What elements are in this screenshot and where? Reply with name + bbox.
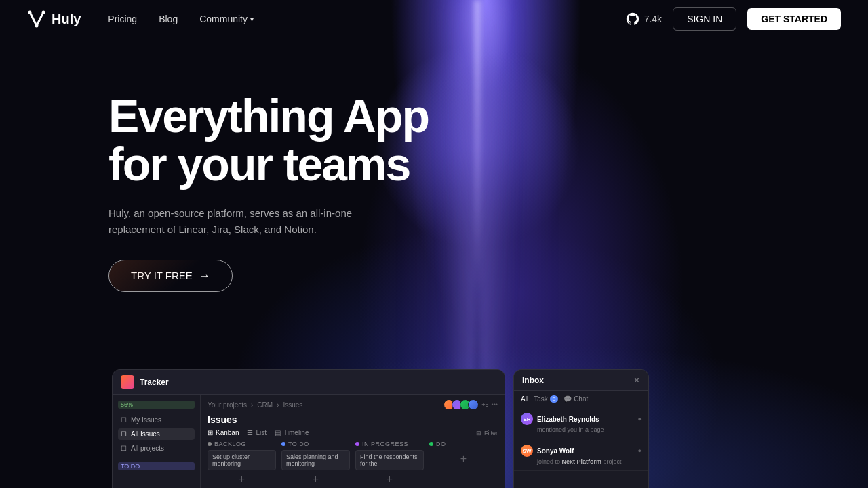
kanban-card-todo[interactable]: Sales planning and monitoring bbox=[281, 450, 350, 470]
breadcrumb: Your projects › CRM › Issues +5 ••• bbox=[208, 399, 498, 410]
kanban-col-done: DO + bbox=[429, 441, 498, 485]
add-inprogress-button[interactable]: + bbox=[355, 473, 424, 485]
inbox-item-1[interactable]: ER Elizabeth Reynolds ● mentioned you in… bbox=[514, 407, 648, 439]
tracker-window: Tracker 56% ☐ My Issues ☐ All Issues ☐ A… bbox=[112, 369, 505, 488]
issues-section-title: Issues bbox=[208, 414, 498, 425]
logo[interactable]: Huly bbox=[27, 9, 81, 28]
member-count: +5 bbox=[481, 401, 488, 408]
nav-link-pricing[interactable]: Pricing bbox=[108, 14, 137, 24]
col-header-done: DO bbox=[429, 441, 498, 447]
app-preview: Tracker 56% ☐ My Issues ☐ All Issues ☐ A… bbox=[112, 369, 868, 488]
kanban-col-inprogress: IN PROGRESS Find the respondents for the… bbox=[355, 441, 424, 485]
github-stars: 7.4k bbox=[644, 14, 662, 24]
todo-badge: TO DO bbox=[118, 462, 195, 470]
nav-left: Huly Pricing Blog Community ▾ bbox=[27, 9, 254, 28]
tab-timeline[interactable]: ▤ Timeline bbox=[275, 429, 309, 436]
task-badge: 8 bbox=[550, 395, 558, 403]
inbox-item-1-header: ER Elizabeth Reynolds ● bbox=[521, 413, 642, 425]
hero-subtitle: Huly, an open-source platform, serves as… bbox=[108, 205, 366, 238]
tracker-main: Your projects › CRM › Issues +5 ••• bbox=[201, 395, 505, 488]
inbox-item-2[interactable]: SW Sonya Wolf ● joined to Next Platform … bbox=[514, 439, 648, 471]
folder-icon-3: ☐ bbox=[121, 445, 127, 452]
col-header-backlog: BACKLOG bbox=[208, 441, 276, 447]
logo-text: Huly bbox=[52, 12, 81, 27]
avatar-elizabeth: ER bbox=[521, 413, 533, 425]
inbox-sender-2: Sonya Wolf bbox=[537, 447, 574, 455]
sidebar-item-all-projects[interactable]: ☐ All projects bbox=[118, 443, 195, 454]
hero-section: Everything App for your teams Huly, an o… bbox=[0, 38, 868, 292]
nav-link-community[interactable]: Community ▾ bbox=[199, 14, 254, 24]
tracker-sidebar: 56% ☐ My Issues ☐ All Issues ☐ All proje… bbox=[113, 395, 201, 488]
inbox-window: Inbox ✕ All Task 8 💬 Chat ER Elizabeth R… bbox=[513, 369, 649, 488]
svg-point-2 bbox=[35, 24, 39, 28]
inbox-action-2: joined to Next Platform project bbox=[521, 458, 642, 465]
inbox-title: Inbox bbox=[522, 375, 544, 385]
col-header-todo: TO DO bbox=[281, 441, 350, 447]
more-options-icon[interactable]: ••• bbox=[492, 401, 498, 408]
done-dot bbox=[429, 442, 433, 446]
inbox-action-1: mentioned you in a page bbox=[521, 426, 642, 433]
inbox-tab-all[interactable]: All bbox=[521, 395, 528, 403]
tracker-logo-icon bbox=[121, 375, 134, 389]
svg-point-1 bbox=[42, 11, 45, 14]
sidebar-item-all-issues[interactable]: ☐ All Issues bbox=[118, 428, 195, 440]
timeline-icon: ▤ bbox=[275, 429, 281, 436]
avatar-sonya: SW bbox=[521, 445, 533, 457]
github-badge[interactable]: 7.4k bbox=[625, 12, 662, 26]
inbox-time-1: ● bbox=[638, 415, 642, 422]
folder-icon: ☐ bbox=[121, 416, 127, 424]
arrow-icon: → bbox=[199, 270, 210, 282]
get-started-button[interactable]: GET STARTED bbox=[747, 8, 841, 30]
close-icon[interactable]: ✕ bbox=[633, 375, 640, 385]
view-tabs: ⊞ Kanban ☰ List ▤ Timeline ⊟ Filter bbox=[208, 429, 498, 436]
chevron-down-icon: ▾ bbox=[250, 16, 254, 23]
tab-kanban[interactable]: ⊞ Kanban bbox=[208, 429, 239, 436]
kanban-col-todo: TO DO Sales planning and monitoring + bbox=[281, 441, 350, 485]
try-free-label: TRY IT FREE bbox=[131, 270, 193, 281]
nav-right: 7.4k SIGN IN GET STARTED bbox=[625, 7, 841, 30]
kanban-col-backlog: BACKLOG Set up cluster monitoring + bbox=[208, 441, 276, 485]
tracker-title: Tracker bbox=[140, 378, 169, 387]
inbox-sender-1: Elizabeth Reynolds bbox=[537, 415, 599, 423]
add-todo-button[interactable]: + bbox=[281, 473, 350, 485]
filter-button[interactable]: ⊟ Filter bbox=[476, 430, 498, 436]
kanban-icon: ⊞ bbox=[208, 429, 213, 436]
nav-links: Pricing Blog Community ▾ bbox=[108, 14, 254, 24]
folder-icon-2: ☐ bbox=[121, 430, 127, 438]
inbox-header: Inbox ✕ bbox=[514, 370, 648, 391]
inbox-filter-tabs: All Task 8 💬 Chat bbox=[514, 391, 648, 407]
navbar: Huly Pricing Blog Community ▾ 7.4k SIGN … bbox=[0, 0, 868, 38]
add-backlog-button[interactable]: + bbox=[208, 473, 276, 485]
svg-point-0 bbox=[28, 11, 32, 14]
tracker-header: Tracker bbox=[113, 370, 505, 395]
github-icon bbox=[625, 12, 640, 26]
signin-button[interactable]: SIGN IN bbox=[673, 7, 736, 30]
todo-dot bbox=[281, 442, 285, 446]
logo-icon bbox=[27, 9, 46, 28]
inbox-time-2: ● bbox=[638, 447, 642, 454]
chat-icon: 💬 bbox=[564, 395, 572, 403]
progress-badge: 56% bbox=[118, 401, 195, 409]
filter-icon: ⊟ bbox=[476, 430, 481, 436]
sidebar-item-my-issues[interactable]: ☐ My Issues bbox=[118, 414, 195, 426]
col-header-inprogress: IN PROGRESS bbox=[355, 441, 424, 447]
try-free-button[interactable]: TRY IT FREE → bbox=[108, 260, 233, 292]
kanban-card[interactable]: Set up cluster monitoring bbox=[208, 450, 276, 470]
inbox-tab-task[interactable]: Task 8 bbox=[534, 395, 558, 403]
hero-title: Everything App for your teams bbox=[108, 92, 515, 189]
inbox-item-2-header: SW Sonya Wolf ● bbox=[521, 445, 642, 457]
inbox-tab-chat[interactable]: 💬 Chat bbox=[564, 395, 588, 403]
kanban-columns: BACKLOG Set up cluster monitoring + TO D… bbox=[208, 441, 498, 485]
backlog-dot bbox=[208, 442, 212, 446]
hero-title-line1: Everything App bbox=[108, 90, 429, 142]
tracker-body: 56% ☐ My Issues ☐ All Issues ☐ All proje… bbox=[113, 395, 505, 488]
inprogress-dot bbox=[355, 442, 359, 446]
nav-link-blog[interactable]: Blog bbox=[159, 14, 178, 24]
add-done-button[interactable]: + bbox=[429, 453, 498, 465]
list-icon: ☰ bbox=[247, 429, 253, 436]
hero-title-line2: for your teams bbox=[108, 138, 410, 190]
kanban-card-inprogress[interactable]: Find the respondents for the bbox=[355, 450, 424, 470]
tab-list[interactable]: ☰ List bbox=[247, 429, 267, 436]
